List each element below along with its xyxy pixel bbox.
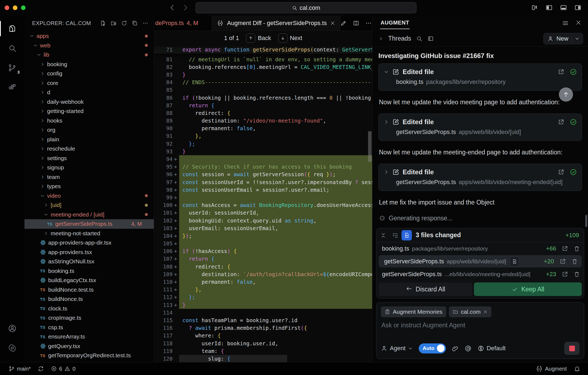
tree-item-booking-ts[interactable]: TSbooking.ts bbox=[24, 266, 154, 276]
model-selector[interactable]: Default bbox=[477, 345, 506, 352]
git-branch-item[interactable]: main* bbox=[9, 366, 31, 372]
code-line-83[interactable]: 83} bbox=[154, 71, 372, 78]
code-line-102[interactable]: 102+ bookingUid: context.query.uid as st… bbox=[154, 217, 372, 224]
tree-item-config[interactable]: config bbox=[24, 69, 154, 78]
code-line-81[interactable]: 81 // meetingUrl is `null` in dev env, s… bbox=[154, 56, 372, 63]
changed-file-row[interactable]: getServerSideProps.ts...eb/lib/video/mee… bbox=[376, 268, 584, 280]
panel-menu-icon[interactable] bbox=[562, 20, 569, 27]
code-line-109[interactable]: 109+ destination: `/auth/login?callbackU… bbox=[154, 270, 372, 278]
trash-icon[interactable] bbox=[571, 258, 578, 265]
tree-item-gettemporaryorgredirect-ts[interactable]: TSgetTemporaryOrgRedirect.ts bbox=[24, 360, 154, 362]
code-line-115[interactable]: 115const hasTeamPlan = booking.user?.id bbox=[154, 316, 372, 324]
code-line-113[interactable]: 113+} bbox=[154, 301, 372, 309]
code-line-108[interactable]: 108+ redirect: { bbox=[154, 263, 372, 270]
code-line-106[interactable]: 106+if (!hasAccess) { bbox=[154, 248, 372, 255]
code-line-91[interactable]: 91 }, bbox=[154, 132, 372, 140]
tree-item-web[interactable]: web bbox=[24, 41, 154, 50]
editor-scrollbar[interactable] bbox=[368, 131, 372, 162]
chip-close-icon[interactable] bbox=[483, 310, 488, 314]
sync-item[interactable] bbox=[38, 366, 44, 372]
code-line-82[interactable]: 82 booking.references[0].meetingUrl = CA… bbox=[154, 63, 372, 71]
editor-more-icon[interactable] bbox=[365, 20, 372, 26]
open-in-editor-icon[interactable] bbox=[558, 119, 564, 125]
tree-item-buildnonce-ts[interactable]: TSbuildNonce.ts bbox=[24, 294, 154, 304]
keep-all-button[interactable]: Keep All bbox=[474, 282, 582, 296]
open-in-editor-icon[interactable] bbox=[559, 258, 566, 265]
tree-item-meeting-ended-uid-[interactable]: meeting-ended / [uid] bbox=[24, 210, 154, 219]
checklist-view-icon[interactable] bbox=[390, 230, 400, 240]
code-line-114[interactable]: 114 bbox=[154, 309, 372, 316]
collapse-panel-icon[interactable] bbox=[380, 232, 386, 238]
zoom-window-button[interactable] bbox=[21, 5, 26, 10]
tree-item-app-providers-app-dir-tsx[interactable]: app-providers-app-dir.tsx bbox=[24, 238, 154, 248]
tree-item-hooks[interactable]: hooks bbox=[24, 116, 154, 126]
close-window-button[interactable] bbox=[5, 5, 9, 10]
code-line-93[interactable]: 93} bbox=[154, 148, 372, 155]
extensions-activity-icon[interactable] bbox=[0, 78, 24, 97]
tree-item-csp-ts[interactable]: TScsp.ts bbox=[24, 323, 154, 332]
tree-item-getserversideprops-ts[interactable]: TSgetServerSideProps.ts4, M bbox=[24, 219, 154, 229]
threads-layout-icon[interactable] bbox=[427, 35, 434, 42]
code-line-104[interactable]: 104+}); bbox=[154, 232, 372, 240]
edited-file-card[interactable]: Edited filegetServerSideProps.tsapps/web… bbox=[378, 164, 582, 191]
code-line-116[interactable]: 116 ? await prisma.membership.findFirst(… bbox=[154, 324, 372, 332]
code-line-88[interactable]: 88 redirect: { bbox=[154, 109, 372, 117]
discard-all-button[interactable]: Discard All bbox=[379, 282, 472, 296]
tree-item-org[interactable]: org bbox=[24, 125, 154, 135]
toggle-right-panel-icon[interactable] bbox=[574, 4, 581, 11]
chevron-right-icon[interactable] bbox=[384, 169, 389, 175]
agent-input-card[interactable]: Augment Memoriescal.com Ask or instruct … bbox=[376, 302, 584, 359]
edited-file-card[interactable]: Edited filebooking.tspackages/lib/server… bbox=[378, 63, 582, 91]
more-actions-icon[interactable] bbox=[142, 20, 148, 26]
tree-item-plain[interactable]: plain bbox=[24, 135, 154, 144]
minimize-window-button[interactable] bbox=[13, 5, 17, 10]
tree-item--uid-[interactable]: [uid] bbox=[24, 200, 154, 210]
tree-item-daily-webhook[interactable]: daily-webhook bbox=[24, 97, 154, 107]
pencil-icon[interactable] bbox=[340, 20, 347, 26]
refresh-icon[interactable] bbox=[121, 20, 127, 26]
search-activity-icon[interactable] bbox=[0, 38, 24, 58]
augment-status-item[interactable]: Augment bbox=[536, 365, 567, 372]
tree-item-buildnonce-test-ts[interactable]: TSbuildNonce.test.ts bbox=[24, 285, 154, 295]
context-chip-augment-memories[interactable]: Augment Memories bbox=[381, 306, 446, 317]
mention-icon[interactable] bbox=[465, 345, 471, 352]
tree-item-d[interactable]: d bbox=[24, 88, 154, 97]
open-diff-doc-icon[interactable] bbox=[510, 257, 519, 266]
close-tab-icon[interactable] bbox=[330, 21, 335, 26]
code-line-95[interactable]: 95+// Security: Check if user has access… bbox=[154, 163, 372, 171]
tree-item-getquery-tsx[interactable]: getQuery.tsx bbox=[24, 342, 154, 351]
settings-gear-icon[interactable] bbox=[0, 338, 24, 358]
code-line-85[interactable]: 85 bbox=[154, 86, 372, 94]
tree-item-signup[interactable]: signup bbox=[24, 163, 154, 172]
auto-toggle[interactable]: Auto bbox=[419, 343, 446, 353]
tree-item-video[interactable]: video bbox=[24, 191, 154, 201]
code-line-101[interactable]: 101+ userId: sessionUserId, bbox=[154, 209, 372, 217]
code-line-92[interactable]: 92 }; bbox=[154, 140, 372, 148]
code-line-98[interactable]: 98+const sessionUserEmail = session?.use… bbox=[154, 186, 372, 194]
chevron-down-icon[interactable] bbox=[384, 69, 389, 75]
notifications-bell-icon[interactable] bbox=[574, 365, 580, 372]
attach-icon[interactable] bbox=[452, 345, 459, 352]
tree-item-meeting-not-started[interactable]: meeting-not-started bbox=[24, 229, 154, 238]
tree-item-buildlegacyctx-tsx[interactable]: buildLegacyCtx.tsx bbox=[24, 276, 154, 285]
panel-close-icon[interactable] bbox=[575, 20, 581, 27]
problems-item[interactable]: 6 0 bbox=[51, 366, 75, 372]
tree-item-clock-ts[interactable]: TSclock.ts bbox=[24, 304, 154, 313]
back-arrow-icon[interactable] bbox=[169, 4, 176, 11]
tree-item-core[interactable]: core bbox=[24, 78, 154, 88]
threads-search-icon[interactable] bbox=[416, 35, 422, 42]
tree-item-getting-started[interactable]: getting-started bbox=[24, 106, 154, 116]
forward-arrow-icon[interactable] bbox=[182, 4, 189, 11]
code-line-99[interactable]: 99+ bbox=[154, 194, 372, 201]
open-in-editor-icon[interactable] bbox=[562, 245, 568, 252]
diff-back-button[interactable]: Back bbox=[246, 33, 271, 43]
diff-next-button[interactable]: Next bbox=[278, 33, 302, 43]
new-folder-icon[interactable] bbox=[111, 20, 117, 26]
account-icon[interactable] bbox=[0, 319, 24, 338]
split-editor-icon[interactable] bbox=[353, 20, 359, 26]
source-control-activity-icon[interactable]: 3 bbox=[0, 58, 24, 78]
tree-item-asstringornull-tsx[interactable]: asStringOrNull.tsx bbox=[24, 257, 154, 266]
panel-scrollbar[interactable] bbox=[585, 215, 587, 227]
threads-label[interactable]: Threads bbox=[388, 35, 411, 42]
chevron-right-icon[interactable] bbox=[384, 119, 389, 125]
